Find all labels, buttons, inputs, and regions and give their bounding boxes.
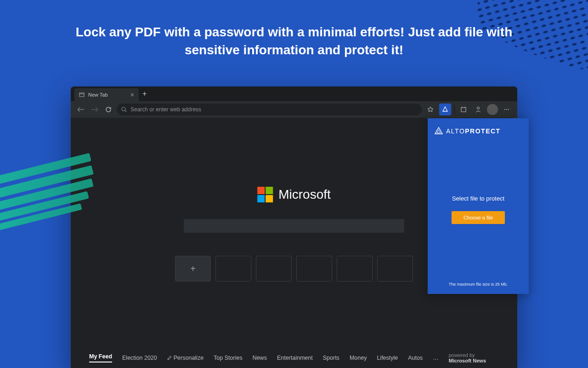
search-icon (121, 107, 127, 112)
tab-favicon (79, 92, 85, 98)
feed-tab-top-stories[interactable]: Top Stories (214, 355, 243, 361)
browser-tab[interactable]: New Tab × (74, 88, 139, 101)
favorite-icon[interactable] (424, 104, 436, 115)
svg-point-11 (508, 109, 509, 110)
quick-link-tile[interactable] (337, 256, 373, 282)
svg-point-3 (122, 107, 125, 111)
microsoft-logo: Microsoft (257, 187, 331, 202)
tab-label: New Tab (88, 92, 108, 98)
quick-link-tile[interactable] (296, 256, 332, 282)
feed-tab-lifestyle[interactable]: Lifestyle (377, 355, 398, 361)
feed-tab-autos[interactable]: Autos (408, 355, 423, 361)
extension-icon[interactable] (439, 104, 451, 115)
extension-popup: ALTOPROTECT Select file to protect Choos… (428, 118, 529, 294)
feed-tab-money[interactable]: Money (350, 355, 367, 361)
feed-tab-personalize[interactable]: Personalize (167, 355, 204, 361)
quick-link-tile[interactable] (215, 256, 251, 282)
ntp-search-box[interactable] (184, 219, 404, 233)
feed-tab-entertainment[interactable]: Entertainment (277, 355, 313, 361)
close-tab-icon[interactable]: × (130, 92, 134, 98)
svg-point-9 (504, 109, 505, 110)
popup-brand: ALTOPROTECT (446, 127, 501, 135)
svg-rect-1 (79, 93, 84, 97)
address-bar[interactable]: Search or enter web address (117, 104, 422, 115)
popup-body: Select file to protect Choose a file (428, 144, 529, 275)
menu-icon[interactable] (501, 104, 513, 115)
popup-footer-note: The maximum file size is 25 Mb. (428, 275, 529, 294)
feed-tab-election[interactable]: Election 2020 (122, 355, 157, 361)
back-button[interactable] (75, 104, 86, 115)
popup-title: Select file to protect (452, 195, 504, 202)
svg-point-8 (477, 107, 480, 109)
svg-line-4 (125, 110, 126, 112)
feed-nav: My Feed Election 2020 Personalize Top St… (71, 348, 517, 368)
user-avatar[interactable] (487, 104, 498, 115)
microsoft-wordmark: Microsoft (278, 187, 331, 202)
svg-point-10 (506, 109, 507, 110)
microsoft-tiles-icon (257, 187, 273, 202)
separator (454, 105, 455, 114)
quick-links-row: + (175, 256, 413, 282)
feed-tab-my-feed[interactable]: My Feed (89, 353, 112, 362)
new-tab-button[interactable]: + (142, 90, 147, 98)
feed-tab-news[interactable]: News (253, 355, 267, 361)
profile-icon[interactable] (472, 104, 484, 115)
popup-header: ALTOPROTECT (428, 118, 529, 144)
svg-rect-5 (461, 108, 466, 112)
feed-tab-sports[interactable]: Sports (323, 355, 339, 361)
refresh-button[interactable] (103, 104, 114, 115)
address-placeholder: Search or enter web address (130, 106, 201, 113)
powered-by-label: powered by Microsoft News (449, 352, 499, 363)
altoprotect-logo-icon (434, 126, 443, 136)
toolbar: Search or enter web address (71, 101, 517, 118)
tab-bar: New Tab × + (71, 86, 517, 101)
quick-link-tile[interactable] (256, 256, 292, 282)
quick-link-tile[interactable] (377, 256, 413, 282)
forward-button[interactable] (89, 104, 100, 115)
feed-more-icon[interactable]: … (433, 355, 439, 361)
add-quick-link-tile[interactable]: + (175, 256, 211, 282)
collections-icon[interactable] (458, 104, 469, 115)
pencil-icon (167, 356, 172, 360)
choose-file-button[interactable]: Choose a file (452, 211, 505, 224)
hero-headline: Lock any PDF with a password with a mini… (0, 0, 588, 73)
